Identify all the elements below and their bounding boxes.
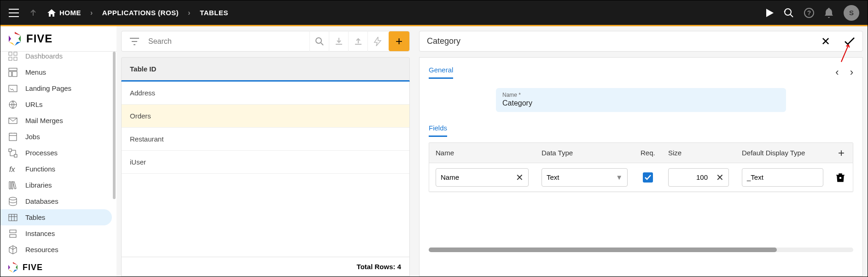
play-icon[interactable] xyxy=(766,9,774,17)
field-size-input[interactable]: 100 ✕ xyxy=(668,168,729,187)
prev-icon[interactable]: ‹ xyxy=(835,66,839,78)
footer-count: 4 xyxy=(397,263,401,271)
bell-icon[interactable] xyxy=(824,8,833,18)
page-title: Category xyxy=(427,36,460,46)
breadcrumb-tables[interactable]: TABLES xyxy=(200,9,228,17)
five-logo-icon xyxy=(7,31,23,47)
download-icon[interactable] xyxy=(329,31,348,52)
sidebar-scrollbar[interactable] xyxy=(113,52,116,199)
field-display-input[interactable]: _Text xyxy=(742,168,823,187)
sidebar-item-urls[interactable]: URLs xyxy=(0,96,117,112)
sidebar-item-mail-merges[interactable]: Mail Merges xyxy=(0,112,117,129)
sidebar-item-label: URLs xyxy=(25,100,43,108)
sidebar-item-label: Tables xyxy=(25,213,45,221)
sidebar-item-functions[interactable]: fxFunctions xyxy=(0,161,117,177)
sidebar-item-label: Jobs xyxy=(25,133,40,141)
sidebar-item-libraries[interactable]: Libraries xyxy=(0,177,117,193)
up-arrow-icon[interactable] xyxy=(29,9,37,17)
add-button[interactable]: + xyxy=(389,31,409,51)
add-field-button[interactable]: + xyxy=(830,147,853,159)
instance-icon xyxy=(8,229,18,239)
home-icon xyxy=(47,9,56,17)
search-input[interactable] xyxy=(143,37,309,46)
sidebar-item-jobs[interactable]: Jobs xyxy=(0,129,117,145)
lightning-icon[interactable] xyxy=(367,31,387,52)
sidebar-item-label: Mail Merges xyxy=(25,117,63,124)
save-check-icon[interactable] xyxy=(844,37,855,46)
sidebar-item-tables[interactable]: Tables xyxy=(0,209,112,225)
list-header: Table ID xyxy=(121,57,410,82)
name-label: Name * xyxy=(502,92,780,98)
logo-text: FIVE xyxy=(26,32,52,45)
name-field[interactable]: Name * Category xyxy=(496,88,786,112)
svg-text:fx: fx xyxy=(9,165,15,173)
horizontal-scrollbar[interactable] xyxy=(429,248,853,252)
clear-icon[interactable]: ✕ xyxy=(716,172,724,183)
next-icon[interactable]: › xyxy=(850,66,853,78)
col-disp: Default Display Type xyxy=(735,149,830,157)
sidebar-item-landing-pages[interactable]: Landing Pages xyxy=(0,80,117,96)
help-icon[interactable]: ? xyxy=(804,8,814,18)
sidebar-item-resources[interactable]: Resources xyxy=(0,242,117,258)
field-name-input[interactable]: Name ✕ xyxy=(436,168,529,187)
breadcrumb: HOME › APPLICATIONS (ROS) › TABLES xyxy=(47,9,228,17)
sidebar-item-label: Databases xyxy=(25,197,58,205)
chevron-down-icon: ▼ xyxy=(616,173,623,181)
svg-rect-6 xyxy=(14,57,17,60)
sidebar-item-menus[interactable]: Menus xyxy=(0,64,117,80)
upload-icon[interactable] xyxy=(348,31,367,52)
list-panel: + Table ID Address Orders Restaurant iUs… xyxy=(117,26,414,277)
scrollbar-thumb[interactable] xyxy=(429,248,777,252)
tab-general[interactable]: General xyxy=(429,66,453,79)
filter-icon[interactable] xyxy=(126,37,143,46)
breadcrumb-applications[interactable]: APPLICATIONS (ROS) xyxy=(102,9,179,17)
jobs-icon xyxy=(8,132,18,142)
sidebar-item-databases[interactable]: Databases xyxy=(0,193,117,209)
table-row[interactable]: iUser xyxy=(122,151,409,174)
delete-row-button[interactable] xyxy=(830,173,853,182)
breadcrumb-home-label: HOME xyxy=(59,9,81,17)
process-icon xyxy=(8,148,18,158)
close-icon[interactable]: ✕ xyxy=(821,35,830,48)
svg-rect-10 xyxy=(9,85,17,92)
mail-icon xyxy=(8,116,18,126)
col-name: Name xyxy=(429,149,535,157)
sidebar-item-instances[interactable]: Instances xyxy=(0,225,117,242)
landing-icon xyxy=(8,83,18,94)
col-type: Data Type xyxy=(535,149,634,157)
search-lens-icon[interactable] xyxy=(784,8,794,18)
svg-text:?: ? xyxy=(807,9,811,17)
footer-label: Total Rows: xyxy=(357,263,396,271)
svg-point-0 xyxy=(785,9,791,15)
search-icon[interactable] xyxy=(309,31,329,52)
svg-rect-22 xyxy=(839,177,841,179)
sidebar-item-dashboards[interactable]: Dashboards xyxy=(0,52,117,64)
resource-icon xyxy=(8,245,18,255)
svg-point-21 xyxy=(316,38,321,43)
logo: FIVE xyxy=(0,26,117,52)
avatar[interactable]: S xyxy=(844,5,859,21)
svg-rect-3 xyxy=(9,52,12,55)
svg-rect-13 xyxy=(9,133,17,141)
field-type-value: Text xyxy=(547,173,559,181)
sidebar-item-label: Processes xyxy=(25,149,58,157)
breadcrumb-home[interactable]: HOME xyxy=(47,9,81,17)
sidebar-item-label: Instances xyxy=(25,230,55,237)
svg-rect-5 xyxy=(9,57,12,60)
col-req: Req. xyxy=(634,149,662,157)
table-row[interactable]: Restaurant xyxy=(122,128,409,151)
svg-rect-9 xyxy=(12,71,17,77)
svg-rect-7 xyxy=(9,68,17,71)
library-icon xyxy=(8,180,18,190)
sidebar-item-processes[interactable]: Processes xyxy=(0,145,117,161)
tab-fields[interactable]: Fields xyxy=(429,124,447,137)
sidebar-footer-logo: FIVE xyxy=(0,258,117,277)
table-row[interactable]: Address xyxy=(122,82,409,105)
clear-icon[interactable]: ✕ xyxy=(516,172,524,183)
sidebar-item-label: Libraries xyxy=(25,181,52,189)
table-row[interactable]: Orders xyxy=(122,105,409,128)
field-type-select[interactable]: Text ▼ xyxy=(542,168,628,187)
field-req-checkbox[interactable] xyxy=(643,172,653,183)
hamburger-menu-icon[interactable] xyxy=(9,9,19,17)
detail-panel: Category ✕ General ‹ › Name * Category xyxy=(414,26,868,277)
